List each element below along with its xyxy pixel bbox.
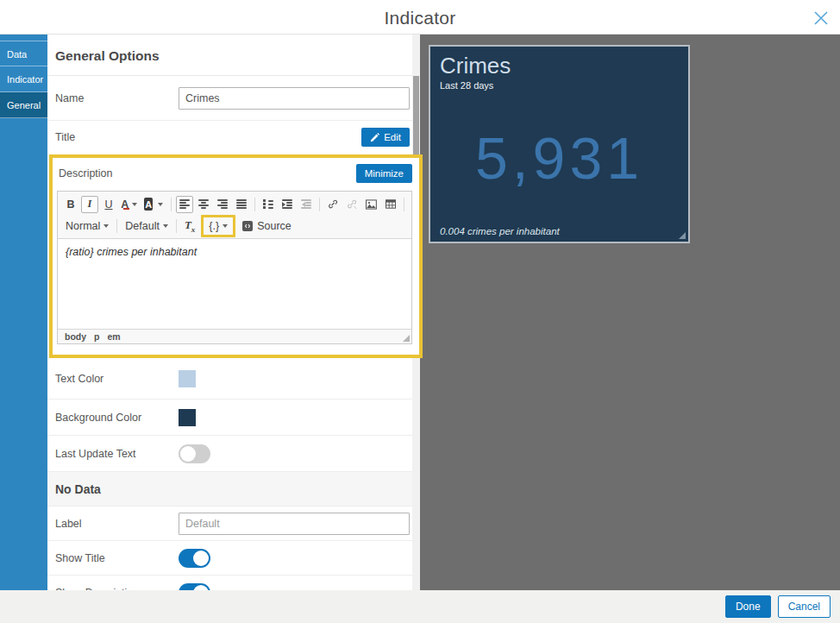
source-button[interactable]: Source (238, 217, 295, 235)
remove-format-button[interactable]: Tx (181, 217, 198, 235)
link-icon (328, 198, 338, 211)
token-button-highlight: {.} (201, 215, 235, 237)
done-button[interactable]: Done (725, 595, 771, 618)
dialog-title: Indicator (0, 8, 840, 28)
show-title-toggle[interactable] (179, 549, 210, 568)
toggle-knob (193, 551, 209, 566)
sidebar-item-general[interactable]: General (0, 92, 47, 118)
show-title-row: Show Title (47, 541, 412, 576)
sidebar-item-label: Indicator (7, 74, 43, 85)
title-label: Title (55, 131, 179, 143)
outdent-icon (301, 199, 311, 209)
align-right-button[interactable] (214, 196, 231, 213)
editor-toolbar: B I U A A (58, 192, 411, 239)
insert-table-button[interactable] (382, 196, 399, 213)
description-content: {ratio} crimes per inhabitant (66, 246, 197, 258)
unlink-button[interactable] (343, 196, 360, 213)
sidebar-item-label: Data (7, 49, 27, 60)
name-input[interactable] (179, 87, 410, 110)
edit-title-button[interactable]: Edit (361, 128, 410, 147)
cancel-button[interactable]: Cancel (778, 595, 831, 618)
toggle-knob (180, 446, 196, 462)
sidebar-tabs: Data Indicator General (0, 41, 47, 118)
bold-button[interactable]: B (62, 196, 79, 213)
toolbar-row-1: B I U A A (61, 193, 408, 215)
description-edit-area[interactable]: {ratio} crimes per inhabitant (58, 239, 411, 329)
fill-color-a-glyph: A (144, 198, 153, 211)
indicator-preview-card: Crimes Last 28 days 5,931 0.004 crimes p… (429, 45, 690, 243)
italic-button[interactable]: I (81, 196, 98, 213)
underline-button[interactable]: U (100, 196, 117, 213)
path-item-p[interactable]: p (94, 331, 99, 342)
minimize-button[interactable]: Minimize (356, 164, 412, 183)
bulleted-list-icon (263, 199, 273, 209)
align-right-icon (217, 199, 228, 209)
toolbar-separator (176, 219, 177, 233)
name-label: Name (55, 92, 179, 104)
show-title-label: Show Title (55, 552, 179, 564)
name-row: Name (47, 76, 412, 121)
title-row: Title Edit (47, 121, 412, 154)
align-center-icon (198, 199, 209, 209)
outdent-button[interactable] (298, 196, 315, 213)
no-data-label-input[interactable] (179, 513, 410, 535)
edit-button-label: Edit (384, 132, 401, 142)
element-path-bar: body p em (58, 329, 411, 343)
preview-subtitle: Last 28 days (440, 80, 679, 91)
paragraph-format-select[interactable]: Normal (62, 217, 112, 235)
toolbar-separator (171, 198, 172, 211)
toolbar-separator (404, 198, 404, 211)
bulleted-list-button[interactable] (260, 196, 277, 213)
chevron-down-icon (103, 224, 109, 228)
format-select-value: Normal (66, 220, 100, 232)
sidebar-item-indicator[interactable]: Indicator (0, 66, 47, 92)
align-center-button[interactable] (195, 196, 212, 213)
indent-icon (282, 199, 292, 209)
remove-format-icon: Tx (185, 218, 195, 234)
sidebar-item-data[interactable]: Data (0, 41, 47, 66)
description-highlight-box: Description Minimize B I U A A (49, 154, 423, 358)
panel-heading: General Options (47, 35, 412, 76)
background-color-swatch[interactable] (179, 409, 196, 426)
text-color-swatch[interactable] (179, 370, 196, 387)
preview-panel: Crimes Last 28 days 5,931 0.004 crimes p… (420, 35, 840, 590)
dialog-header: Indicator (0, 0, 840, 35)
last-update-toggle[interactable] (179, 444, 210, 463)
dialog-footer: Done Cancel (0, 590, 840, 623)
insert-token-button[interactable]: {.} (205, 217, 231, 235)
toolbar-row-2: Normal Default Tx {.} (61, 215, 408, 236)
chevron-down-icon (158, 203, 163, 206)
styles-select-value: Default (125, 220, 160, 232)
text-color-row: Text Color (47, 358, 412, 400)
link-button[interactable] (324, 196, 342, 213)
path-item-body[interactable]: body (65, 331, 86, 342)
image-icon (366, 198, 377, 211)
close-icon[interactable] (812, 9, 830, 27)
background-color-label: Background Color (55, 412, 179, 424)
pencil-icon (370, 133, 379, 142)
align-left-icon (179, 199, 190, 209)
unlink-icon (347, 198, 357, 211)
no-data-label-row: Label (47, 507, 412, 541)
background-color-button[interactable]: A (141, 196, 166, 213)
editor-resize-handle[interactable] (403, 335, 410, 342)
description-header: Description Minimize (57, 158, 412, 189)
text-color-button[interactable]: A (119, 196, 139, 213)
align-left-button[interactable] (176, 196, 193, 213)
align-justify-icon (236, 199, 247, 209)
last-update-row: Last Update Text (47, 436, 412, 472)
sidebar-item-label: General (7, 100, 41, 110)
align-justify-button[interactable] (233, 196, 250, 213)
general-options-panel: General Options Name Title Edit Descript… (47, 35, 412, 590)
insert-image-button[interactable] (362, 196, 380, 213)
rich-text-editor: B I U A A (57, 191, 412, 344)
no-data-label: Label (55, 518, 179, 530)
sidebar: Data Indicator General (0, 35, 47, 590)
toolbar-separator (254, 198, 255, 211)
token-glyph: {.} (209, 220, 219, 232)
path-item-em[interactable]: em (108, 331, 121, 342)
preview-value: 5,931 (440, 91, 679, 226)
preview-resize-handle[interactable] (679, 232, 686, 239)
styles-select[interactable]: Default (122, 217, 172, 235)
indent-button[interactable] (279, 196, 296, 213)
